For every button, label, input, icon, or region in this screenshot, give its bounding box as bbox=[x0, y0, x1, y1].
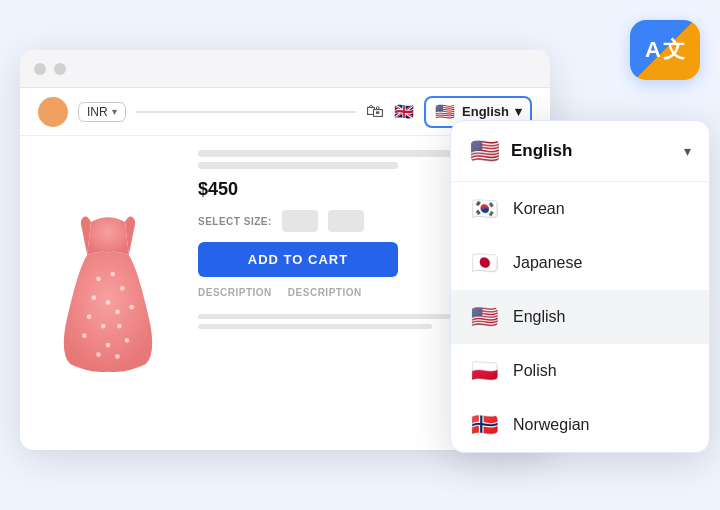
item-label-japanese: Japanese bbox=[513, 254, 582, 272]
translate-letters: A 文 bbox=[645, 35, 685, 65]
translate-letter-a: A bbox=[645, 37, 661, 63]
svg-point-12 bbox=[125, 338, 130, 343]
item-label-polish: Polish bbox=[513, 362, 557, 380]
dropdown-item-korean[interactable]: 🇰🇷 Korean bbox=[451, 182, 709, 236]
language-chevron: ▾ bbox=[515, 104, 522, 119]
item-label-english: English bbox=[513, 308, 565, 326]
dropdown-chevron: ▾ bbox=[684, 143, 691, 159]
selected-language-label: English bbox=[462, 104, 509, 119]
selected-flag: 🇺🇸 bbox=[434, 101, 456, 123]
language-dropdown: 🇺🇸 English ▾ 🇰🇷 Korean 🇯🇵 Japanese 🇺🇸 En… bbox=[450, 120, 710, 453]
item-flag-korean: 🇰🇷 bbox=[469, 194, 499, 224]
currency-selector[interactable]: INR ▾ bbox=[78, 102, 126, 122]
currency-label: INR bbox=[87, 105, 108, 119]
svg-point-10 bbox=[82, 333, 87, 338]
cart-icon[interactable]: 🛍 bbox=[366, 101, 384, 122]
dropdown-header-lang: English bbox=[511, 141, 674, 161]
avatar bbox=[38, 97, 68, 127]
bottom-line-2 bbox=[198, 324, 432, 329]
uk-flag-icon: 🇬🇧 bbox=[394, 102, 414, 121]
header-line bbox=[136, 111, 356, 113]
svg-point-3 bbox=[91, 295, 96, 300]
item-flag-japanese: 🇯🇵 bbox=[469, 248, 499, 278]
svg-point-8 bbox=[117, 324, 122, 329]
description-tab-1[interactable]: DESCRIPTION bbox=[198, 287, 272, 298]
item-flag-norwegian: 🇳🇴 bbox=[469, 410, 499, 440]
dropdown-item-norwegian[interactable]: 🇳🇴 Norwegian bbox=[451, 398, 709, 452]
description-tab-2[interactable]: DESCRIPTION bbox=[288, 287, 362, 298]
svg-point-7 bbox=[101, 324, 106, 329]
svg-point-11 bbox=[106, 343, 111, 348]
dropdown-header[interactable]: 🇺🇸 English ▾ bbox=[451, 121, 709, 182]
svg-point-0 bbox=[96, 276, 101, 281]
dropdown-item-polish[interactable]: 🇵🇱 Polish bbox=[451, 344, 709, 398]
item-label-korean: Korean bbox=[513, 200, 565, 218]
size-box-2[interactable] bbox=[328, 210, 364, 232]
dropdown-item-english[interactable]: 🇺🇸 English bbox=[451, 290, 709, 344]
item-label-norwegian: Norwegian bbox=[513, 416, 589, 434]
add-to-cart-button[interactable]: ADD TO CART bbox=[198, 242, 398, 277]
dropdown-items-container: 🇰🇷 Korean 🇯🇵 Japanese 🇺🇸 English 🇵🇱 Poli… bbox=[451, 182, 709, 452]
svg-point-2 bbox=[120, 286, 125, 291]
size-box-1[interactable] bbox=[282, 210, 318, 232]
browser-dot-1 bbox=[34, 63, 46, 75]
product-image-area bbox=[38, 150, 178, 436]
svg-point-6 bbox=[87, 314, 92, 319]
translate-letter-zh: 文 bbox=[663, 35, 685, 65]
size-label: SELECT SIZE: bbox=[198, 216, 272, 227]
svg-point-5 bbox=[115, 310, 120, 315]
item-flag-polish: 🇵🇱 bbox=[469, 356, 499, 386]
item-flag-english: 🇺🇸 bbox=[469, 302, 499, 332]
product-dress-image bbox=[48, 203, 168, 383]
browser-dot-2 bbox=[54, 63, 66, 75]
svg-point-14 bbox=[115, 354, 120, 359]
translate-icon-bubble[interactable]: A 文 bbox=[630, 20, 700, 80]
currency-chevron: ▾ bbox=[112, 106, 117, 117]
title-line-2 bbox=[198, 162, 398, 169]
dropdown-header-flag: 🇺🇸 bbox=[469, 135, 501, 167]
dropdown-item-japanese[interactable]: 🇯🇵 Japanese bbox=[451, 236, 709, 290]
browser-titlebar bbox=[20, 50, 550, 88]
svg-point-13 bbox=[96, 352, 101, 357]
svg-point-9 bbox=[129, 305, 134, 310]
svg-point-1 bbox=[110, 272, 115, 277]
svg-point-4 bbox=[106, 300, 111, 305]
